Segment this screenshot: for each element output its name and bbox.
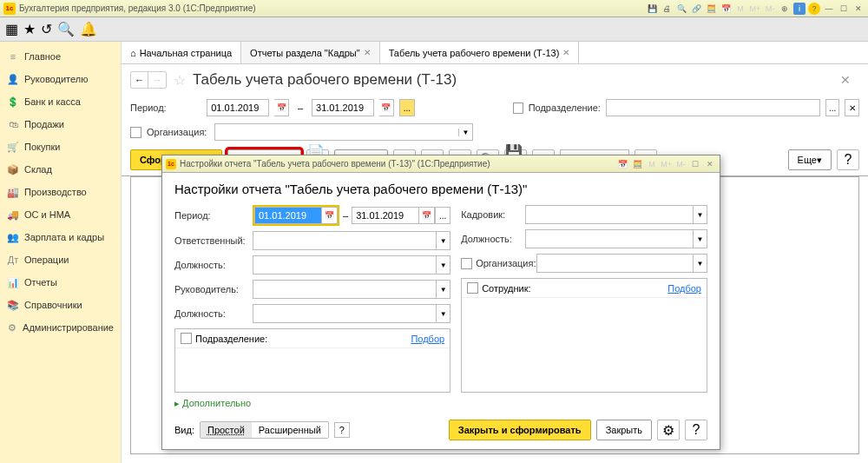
zoom-in-icon[interactable]: ⊕	[779, 3, 791, 15]
subdivision-checkbox[interactable]	[513, 103, 523, 114]
tab-close-icon[interactable]: ✕	[364, 48, 371, 57]
date-to-input[interactable]: 31.01.2019	[352, 207, 419, 224]
minimize-icon[interactable]: —	[823, 3, 835, 15]
more-button[interactable]: Еще ▾	[788, 149, 832, 170]
search-icon[interactable]: 🔍	[675, 3, 687, 15]
view-advanced-button[interactable]: Расширенный	[252, 422, 328, 438]
select-link[interactable]: Подбор	[667, 283, 701, 294]
tab-home[interactable]: ⌂Начальная страница	[122, 42, 241, 63]
org-checkbox[interactable]	[130, 127, 141, 138]
dropdown-icon[interactable]: ▼	[693, 206, 707, 223]
dropdown-icon[interactable]: ▼	[436, 232, 450, 249]
notifications-icon[interactable]: 🔔	[80, 21, 97, 37]
subdivision-combo[interactable]	[606, 99, 820, 116]
apps-icon[interactable]: ▦	[5, 21, 18, 37]
date-to-input[interactable]: 31.01.2019	[312, 99, 374, 116]
favorite-star-icon[interactable]: ☆	[174, 72, 186, 89]
link-icon[interactable]: 🔗	[690, 3, 702, 15]
m-plus-icon[interactable]: M+	[749, 3, 761, 15]
view-simple-button[interactable]: Простой	[201, 422, 252, 438]
sidebar-item-purchases[interactable]: 🛒Покупки	[0, 136, 121, 158]
org-checkbox[interactable]	[461, 258, 472, 269]
box-icon: 📦	[7, 163, 19, 175]
responsible-combo[interactable]: ▼	[253, 231, 450, 250]
calendar-icon[interactable]: 📅	[322, 207, 338, 224]
m-plus-icon[interactable]: M+	[661, 158, 673, 170]
period-picker-button[interactable]: ...	[399, 99, 415, 116]
dropdown-icon[interactable]: ▼	[436, 281, 450, 298]
help-icon[interactable]: ?	[837, 149, 859, 170]
m-icon[interactable]: M	[646, 158, 658, 170]
nav-back-icon[interactable]: ←	[131, 72, 148, 88]
sidebar-item-hr[interactable]: 👥Зарплата и кадры	[0, 226, 121, 248]
close-generate-button[interactable]: Закрыть и сформировать	[449, 420, 591, 440]
sidebar-item-warehouse[interactable]: 📦Склад	[0, 158, 121, 181]
date-from-input[interactable]: 01.01.2019	[254, 207, 322, 224]
select-link[interactable]: Подбор	[411, 334, 444, 344]
m-icon[interactable]: M	[734, 3, 746, 15]
manager-combo[interactable]: ▼	[253, 280, 450, 299]
calc-icon[interactable]: 🧮	[705, 3, 717, 15]
tab-timesheet[interactable]: Табель учета рабочего времени (Т-13)✕	[380, 42, 580, 63]
search-global-icon[interactable]: 🔍	[57, 21, 75, 37]
maximize-icon[interactable]: ☐	[689, 158, 701, 170]
filter-icon[interactable]: ⚙	[657, 420, 680, 440]
favorite-icon[interactable]: ★	[23, 21, 36, 37]
calendar-icon[interactable]: 📅	[616, 158, 628, 170]
tab-close-icon[interactable]: ✕	[562, 48, 569, 57]
history-icon[interactable]: ↺	[41, 21, 52, 37]
nav-forward-icon[interactable]: →	[148, 72, 166, 88]
sidebar-item-assets[interactable]: 🚚ОС и НМА	[0, 203, 121, 226]
close-icon[interactable]: ✕	[704, 158, 716, 170]
subdivision-checkbox[interactable]	[181, 333, 192, 344]
dropdown-icon[interactable]: ▼	[693, 230, 707, 248]
view-help-icon[interactable]: ?	[334, 422, 350, 438]
print-icon[interactable]: 🖨	[661, 3, 673, 15]
more-toggle[interactable]: Дополнительно	[174, 393, 707, 414]
dropdown-icon[interactable]: ▼	[436, 256, 450, 274]
sidebar: ≡Главное 👤Руководителю 💲Банк и касса 🛍Пр…	[0, 42, 122, 463]
close-button[interactable]: Закрыть	[596, 420, 652, 440]
calendar-icon[interactable]: 📅	[720, 3, 732, 15]
position2-combo[interactable]: ▼	[253, 304, 450, 323]
sidebar-item-sales[interactable]: 🛍Продажи	[0, 113, 121, 136]
maximize-icon[interactable]: ☐	[838, 3, 850, 15]
calendar-icon[interactable]: 📅	[274, 99, 289, 116]
dropdown-icon[interactable]: ▼	[693, 255, 707, 272]
help-icon[interactable]: ?	[808, 3, 820, 15]
date-from-input[interactable]: 01.01.2019	[207, 99, 269, 116]
page-close-icon[interactable]: ✕	[840, 73, 859, 87]
employee-checkbox[interactable]	[467, 282, 478, 294]
sidebar-item-main[interactable]: ≡Главное	[0, 45, 121, 68]
close-icon[interactable]: ✕	[852, 3, 865, 15]
app-logo: 1c	[3, 3, 16, 15]
dropdown-icon[interactable]: ▼	[458, 129, 472, 136]
position-combo[interactable]: ▼	[253, 255, 450, 274]
hr-combo[interactable]: ▼	[525, 205, 707, 224]
sidebar-item-production[interactable]: 🏭Производство	[0, 181, 121, 203]
ellipsis-button[interactable]: ...	[825, 99, 840, 116]
m-minus-icon[interactable]: M-	[674, 158, 687, 170]
calc-icon[interactable]: 🧮	[631, 158, 643, 170]
org-combo[interactable]: ▼	[214, 123, 473, 141]
position3-combo[interactable]: ▼	[525, 229, 707, 248]
calendar-icon[interactable]: 📅	[379, 99, 394, 116]
org-combo[interactable]: ▼	[536, 254, 707, 273]
sidebar-item-bank[interactable]: 💲Банк и касса	[0, 90, 121, 113]
sidebar-item-admin[interactable]: ⚙Администрирование	[0, 316, 121, 339]
m-minus-icon[interactable]: M-	[764, 3, 776, 15]
sidebar-item-ref[interactable]: 📚Справочники	[0, 294, 121, 316]
calendar-icon[interactable]: 📅	[419, 207, 435, 224]
help-icon[interactable]: ?	[685, 420, 707, 440]
sidebar-item-operations[interactable]: ДтОперации	[0, 248, 121, 271]
save-icon[interactable]: 💾	[646, 3, 658, 15]
clear-button[interactable]: ✕	[845, 99, 859, 116]
dropdown-icon[interactable]: ▼	[436, 305, 450, 322]
period-picker-button[interactable]: ...	[435, 207, 450, 224]
tab-hr-reports[interactable]: Отчеты раздела "Кадры"✕	[241, 42, 380, 63]
subdivision-label: Подразделение:	[195, 334, 267, 344]
sidebar-item-manager[interactable]: 👤Руководителю	[0, 68, 121, 90]
main-toolbar: ▦ ★ ↺ 🔍 🔔	[0, 17, 868, 42]
sidebar-item-reports[interactable]: 📊Отчеты	[0, 271, 121, 294]
info-icon[interactable]: i	[793, 3, 806, 15]
